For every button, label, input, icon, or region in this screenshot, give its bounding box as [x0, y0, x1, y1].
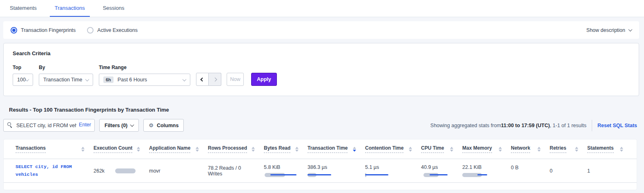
max-memory-bar: [462, 173, 502, 177]
search-box: Enter: [3, 119, 95, 132]
search-criteria-row: Top 100 By Transaction Time Time Range 6…: [13, 65, 630, 86]
chevron-left-icon: [201, 77, 205, 81]
column-header-cpu-time[interactable]: CPU Time: [421, 145, 462, 153]
gear-icon: ⚙: [149, 122, 154, 128]
tab-statements[interactable]: Statements: [5, 0, 42, 17]
column-header-statements[interactable]: Statements: [587, 145, 632, 153]
by-select[interactable]: Transaction Time: [39, 74, 93, 86]
columns-label: Columns: [157, 123, 178, 128]
results-table: Transactions Execution Count Application…: [3, 139, 637, 190]
view-toggle-card: Transaction Fingerprints Active Executio…: [3, 21, 639, 39]
sort-icon: [137, 147, 140, 152]
column-header-application-name[interactable]: Application Name: [149, 145, 208, 153]
sort-icon: [295, 147, 299, 152]
column-header-rows-processed[interactable]: Rows Processed: [208, 145, 264, 153]
column-header-bytes-read[interactable]: Bytes Read: [264, 145, 308, 153]
radio-active-executions[interactable]: Active Executions: [87, 27, 138, 34]
chevron-right-icon: [213, 77, 217, 81]
aggregated-stats-text: Showing aggregated stats from 11:00 to 1…: [430, 120, 637, 131]
time-range-select[interactable]: 6h Past 6 Hours: [99, 74, 190, 86]
column-header-transactions[interactable]: Transactions: [16, 145, 94, 153]
bytes-read-bar: [264, 173, 299, 177]
reset-sql-stats-link[interactable]: Reset SQL Stats: [597, 123, 637, 128]
stats-time-window: 11:00 to 17:59 (UTC): [501, 123, 550, 128]
stats-prefix: Showing aggregated stats from: [430, 123, 501, 128]
sort-icon: [450, 147, 453, 152]
sort-icon: [196, 147, 199, 152]
column-header-retries[interactable]: Retries: [550, 145, 587, 153]
chevron-down-icon: [183, 77, 187, 81]
chevron-down-icon: [85, 77, 89, 81]
cell-rows-processed: 78.2 Reads / 0 Writes: [208, 165, 264, 177]
filters-label: Filters (0): [105, 123, 127, 128]
transaction-time-bar: [308, 173, 356, 177]
previous-time-range-button[interactable]: [196, 73, 209, 86]
time-range-field: Time Range 6h Past 6 Hours: [99, 65, 190, 86]
top-label: Top: [13, 65, 33, 70]
column-header-contention-time[interactable]: Contention Time: [365, 145, 421, 153]
search-icon: [7, 122, 11, 126]
by-field: By Transaction Time: [39, 65, 93, 86]
stats-suffix: , 1-1 of 1 results: [550, 123, 586, 128]
results-controls-row: Enter Filters (0) ⚙ Columns Showing aggr…: [3, 119, 637, 132]
next-time-range-button[interactable]: [209, 73, 221, 86]
radio-transaction-fingerprints[interactable]: Transaction Fingerprints: [11, 27, 76, 34]
top-field: Top 100: [13, 65, 33, 86]
sort-icon-active-desc: [353, 147, 356, 152]
execution-count-bar: [115, 168, 136, 173]
sort-icon: [409, 147, 412, 152]
sort-icon: [620, 147, 623, 152]
cell-transaction-time: 386.3 µs: [308, 164, 365, 177]
tab-sessions[interactable]: Sessions: [98, 0, 129, 17]
transaction-fingerprint-link[interactable]: SELECT city, id FROMvehicles: [16, 163, 85, 178]
by-label: By: [39, 65, 93, 70]
cell-cpu-time: 40.9 µs: [421, 164, 462, 177]
column-header-network[interactable]: Network: [511, 145, 550, 153]
top-select[interactable]: 100: [13, 74, 33, 86]
radio-unselected-icon: [87, 27, 94, 34]
sort-icon: [575, 147, 578, 152]
column-header-transaction-time[interactable]: Transaction Time: [308, 145, 365, 153]
apply-button[interactable]: Apply: [251, 73, 277, 86]
sort-icon: [81, 147, 85, 152]
cpu-time-bar: [421, 173, 453, 177]
chevron-down-icon: [130, 123, 134, 127]
search-criteria-title: Search Criteria: [13, 50, 630, 56]
transactions-page: Statements Transactions Sessions Transac…: [0, 0, 644, 193]
sort-icon: [499, 147, 502, 152]
time-range-nav: [196, 73, 221, 86]
sort-icon: [537, 147, 541, 152]
cell-network: 0 B: [511, 159, 550, 171]
chevron-down-icon: [628, 27, 633, 31]
filters-button[interactable]: Filters (0): [99, 119, 139, 132]
radio-label: Transaction Fingerprints: [21, 27, 76, 33]
cell-max-memory: 22.1 KiB: [462, 164, 511, 177]
cell-statements: 1: [587, 168, 632, 174]
by-select-value: Transaction Time: [43, 77, 82, 83]
time-range-value: Past 6 Hours: [118, 77, 147, 83]
time-range-label: Time Range: [99, 65, 190, 70]
column-header-max-memory[interactable]: Max Memory: [462, 145, 511, 153]
enter-hint: Enter: [79, 122, 91, 128]
show-description-toggle[interactable]: Show description: [586, 27, 632, 33]
cell-retries: 0: [550, 168, 587, 174]
cell-contention-time: 5.1 µs: [365, 164, 421, 177]
radio-selected-icon: [11, 27, 17, 34]
table-row: SELECT city, id FROMvehicles 262k movr 7…: [4, 159, 637, 183]
cell-execution-count: 262k: [94, 168, 149, 174]
results-heading: Results - Top 100 Transaction Fingerprin…: [9, 107, 644, 113]
now-button[interactable]: Now: [227, 73, 244, 86]
tab-transactions[interactable]: Transactions: [50, 0, 90, 17]
cell-bytes-read: 5.8 KiB: [264, 164, 308, 177]
radio-label: Active Executions: [97, 27, 138, 33]
sort-icon: [252, 147, 255, 152]
contention-time-bar: [365, 173, 412, 177]
show-description-label: Show description: [586, 27, 625, 33]
search-criteria-card: Search Criteria Top 100 By Transaction T…: [3, 43, 639, 96]
table-header-row: Transactions Execution Count Application…: [4, 139, 637, 159]
column-header-execution-count[interactable]: Execution Count: [94, 145, 149, 153]
chevron-down-icon: [25, 77, 29, 81]
columns-button[interactable]: ⚙ Columns: [143, 119, 184, 132]
time-range-badge: 6h: [103, 76, 114, 83]
vertical-divider: [592, 120, 592, 131]
